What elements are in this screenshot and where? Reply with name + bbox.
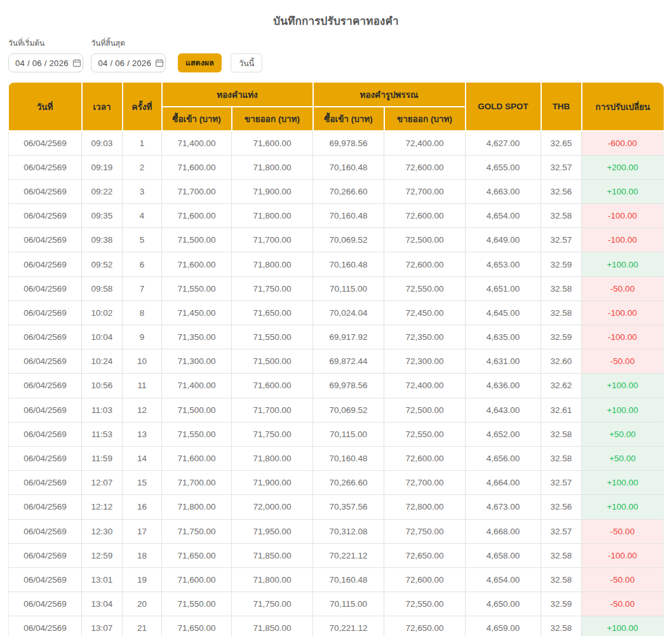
thb-cell: 32.56	[541, 179, 582, 203]
change-cell: -50.00	[582, 592, 664, 616]
calendar-icon[interactable]	[72, 58, 81, 67]
header-gold-bar-group: ทองคำแท่ง	[162, 83, 313, 107]
date-cell: 06/04/2569	[9, 592, 82, 616]
header-ornament-buy: ซื้อเข้า (บาท)	[313, 107, 384, 131]
table-row: 06/04/256912:591871,650.0071,850.0070,22…	[9, 543, 664, 567]
header-gold-spot: GOLD SPOT	[466, 83, 541, 131]
header-round: ครั้งที่	[123, 83, 162, 131]
gold-spot-cell: 4,645.00	[466, 301, 541, 325]
table-row: 06/04/256912:301771,750.0071,950.0070,31…	[9, 519, 664, 543]
time-cell: 12:59	[82, 543, 123, 567]
time-cell: 09:35	[82, 204, 123, 228]
ornament-buy-cell: 70,221.12	[313, 543, 384, 567]
ornament-sell-cell: 72,500.00	[384, 398, 466, 422]
show-results-button[interactable]: แสดงผล	[178, 53, 222, 72]
round-cell: 20	[123, 592, 162, 616]
time-cell: 10:56	[82, 374, 123, 398]
page-title: บันทึกการปรับราคาทองคำ	[0, 0, 672, 29]
time-cell: 11:53	[82, 422, 123, 446]
date-cell: 06/04/2569	[9, 543, 82, 567]
bar-buy-cell: 71,300.00	[162, 349, 232, 374]
change-cell: +100.00	[582, 616, 664, 636]
bar-buy-cell: 71,400.00	[162, 131, 232, 155]
bar-sell-cell: 71,650.00	[232, 301, 313, 325]
thb-cell: 32.58	[541, 567, 582, 592]
filter-bar: วันที่เริ่มต้น 04 / 06 / 2026 วันที่สิ้น…	[8, 37, 664, 75]
change-cell: +50.00	[582, 446, 664, 470]
calendar-icon[interactable]	[155, 58, 164, 67]
ornament-sell-cell: 72,800.00	[384, 495, 466, 519]
ornament-buy-cell: 69,978.56	[313, 131, 384, 155]
time-cell: 11:59	[82, 446, 123, 470]
table-row: 06/04/256910:04971,350.0071,550.0069,917…	[9, 325, 664, 349]
change-cell: -100.00	[582, 301, 664, 325]
time-cell: 12:30	[82, 519, 123, 543]
ornament-sell-cell: 72,600.00	[384, 567, 466, 592]
change-cell: +100.00	[582, 398, 664, 422]
table-row: 06/04/256909:58771,550.0071,750.0070,115…	[9, 276, 664, 301]
table-row: 06/04/256909:19271,600.0071,800.0070,160…	[9, 155, 664, 179]
bar-buy-cell: 71,550.00	[162, 422, 232, 446]
gold-spot-cell: 4,649.00	[466, 228, 541, 252]
round-cell: 17	[123, 519, 162, 543]
bar-buy-cell: 71,750.00	[162, 519, 232, 543]
start-date-input[interactable]: 04 / 06 / 2026	[8, 53, 83, 72]
thb-cell: 32.59	[541, 252, 582, 276]
thb-cell: 32.65	[541, 131, 582, 155]
round-cell: 8	[123, 301, 162, 325]
change-cell: -50.00	[582, 349, 664, 374]
table-row: 06/04/256911:031271,500.0071,700.0070,06…	[9, 398, 664, 422]
ornament-sell-cell: 72,700.00	[384, 471, 466, 495]
change-cell: +100.00	[582, 252, 664, 276]
end-date-input[interactable]: 04 / 06 / 2026	[91, 53, 166, 72]
bar-sell-cell: 71,750.00	[232, 276, 313, 301]
gold-spot-cell: 4,653.00	[466, 252, 541, 276]
ornament-buy-cell: 70,160.48	[313, 252, 384, 276]
date-cell: 06/04/2569	[9, 131, 82, 155]
gold-spot-cell: 4,651.00	[466, 276, 541, 301]
time-cell: 12:07	[82, 471, 123, 495]
ornament-sell-cell: 72,400.00	[384, 131, 466, 155]
ornament-buy-cell: 70,160.48	[313, 204, 384, 228]
thb-cell: 32.57	[541, 471, 582, 495]
bar-buy-cell: 71,600.00	[162, 567, 232, 592]
ornament-buy-cell: 70,115.00	[313, 592, 384, 616]
header-change: การปรับเปลี่ยน	[582, 83, 664, 131]
change-cell: +200.00	[582, 155, 664, 179]
end-date-label: วันที่สิ้นสุด	[91, 37, 166, 49]
bar-sell-cell: 71,800.00	[232, 252, 313, 276]
bar-sell-cell: 71,700.00	[232, 228, 313, 252]
bar-sell-cell: 71,600.00	[232, 131, 313, 155]
table-row: 06/04/256910:241071,300.0071,500.0069,87…	[9, 349, 664, 374]
ornament-buy-cell: 70,357.56	[313, 495, 384, 519]
change-cell: +100.00	[582, 374, 664, 398]
gold-spot-cell: 4,643.00	[466, 398, 541, 422]
round-cell: 11	[123, 374, 162, 398]
table-row: 06/04/256913:011971,600.0071,800.0070,16…	[9, 567, 664, 592]
ornament-buy-cell: 70,024.04	[313, 301, 384, 325]
ornament-buy-cell: 70,312.08	[313, 519, 384, 543]
bar-buy-cell: 71,500.00	[162, 398, 232, 422]
table-row: 06/04/256912:121671,800.0072,000.0070,35…	[9, 495, 664, 519]
change-cell: -100.00	[582, 543, 664, 567]
time-cell: 10:24	[82, 349, 123, 374]
gold-spot-cell: 4,631.00	[466, 349, 541, 374]
bar-sell-cell: 71,750.00	[232, 592, 313, 616]
bar-buy-cell: 71,350.00	[162, 325, 232, 349]
ornament-buy-cell: 69,872.44	[313, 349, 384, 374]
bar-buy-cell: 71,800.00	[162, 495, 232, 519]
round-cell: 10	[123, 349, 162, 374]
thb-cell: 32.57	[541, 519, 582, 543]
ornament-sell-cell: 72,350.00	[384, 325, 466, 349]
date-cell: 06/04/2569	[9, 325, 82, 349]
round-cell: 19	[123, 567, 162, 592]
bar-buy-cell: 71,550.00	[162, 592, 232, 616]
ornament-buy-cell: 69,917.92	[313, 325, 384, 349]
thb-cell: 32.61	[541, 398, 582, 422]
today-button[interactable]: วันนี้	[231, 53, 262, 72]
date-cell: 06/04/2569	[9, 179, 82, 203]
round-cell: 3	[123, 179, 162, 203]
date-cell: 06/04/2569	[9, 519, 82, 543]
round-cell: 5	[123, 228, 162, 252]
bar-sell-cell: 71,700.00	[232, 398, 313, 422]
